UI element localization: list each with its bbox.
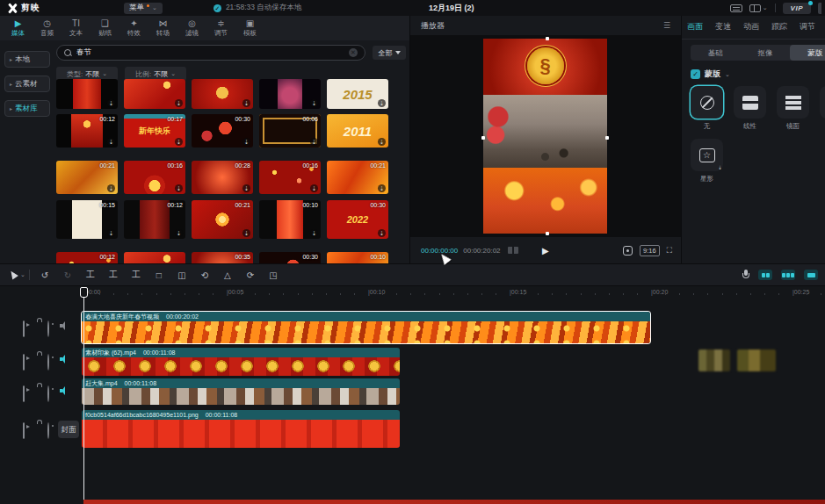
search-input[interactable]: 春节 ✕ xyxy=(56,45,365,61)
mask-option-circle[interactable] xyxy=(820,86,825,119)
vip-button[interactable]: VIP xyxy=(783,3,811,14)
download-icon[interactable]: ⇣ xyxy=(175,184,183,192)
clip-type-icon[interactable] xyxy=(23,386,33,397)
rail-item-local[interactable]: ▸本地 xyxy=(4,51,50,68)
download-icon[interactable]: ⇣ xyxy=(175,229,183,237)
download-icon[interactable]: ⇣ xyxy=(242,138,250,146)
player-viewport[interactable] xyxy=(410,35,681,237)
undo-icon[interactable]: ↺ xyxy=(33,270,56,280)
lock-track-icon[interactable] xyxy=(35,423,46,434)
select-tool-icon[interactable] xyxy=(9,270,17,280)
play-button[interactable]: ▶ xyxy=(542,246,549,256)
clip-type-icon[interactable] xyxy=(23,355,33,365)
material-thumbnail[interactable]: 00:16⇣ xyxy=(259,161,321,194)
mask-option-none[interactable] xyxy=(691,86,723,119)
transform-handle[interactable] xyxy=(546,37,549,40)
trim-left-icon[interactable]: 工 xyxy=(102,269,125,281)
toggle-visibility-icon[interactable] xyxy=(47,386,58,397)
material-thumbnail[interactable]: 00:06⇣ xyxy=(259,114,321,148)
all-filter-button[interactable]: 全部 xyxy=(373,46,406,60)
download-icon[interactable]: ⇣ xyxy=(378,184,386,192)
delete-icon[interactable]: □ xyxy=(148,270,170,280)
material-thumbnail[interactable]: ⇣ xyxy=(124,79,185,109)
download-icon[interactable]: ⇣ xyxy=(378,138,386,146)
download-icon[interactable]: ⇣ xyxy=(175,138,183,146)
material-thumbnail[interactable]: 2015⇣ xyxy=(327,79,388,109)
split-icon[interactable]: 工 xyxy=(79,269,102,281)
video-preview[interactable] xyxy=(483,39,607,234)
transform-handle[interactable] xyxy=(546,232,549,235)
material-thumbnail[interactable]: ⇣ xyxy=(192,79,253,109)
download-icon[interactable]: ⇣ xyxy=(107,138,115,146)
fullscreen-icon[interactable]: ⛶ xyxy=(667,246,672,256)
preview-focus-icon[interactable] xyxy=(623,246,633,256)
timeline-clip[interactable]: 赶大集.mp400:00:11:08 xyxy=(82,378,400,405)
lock-track-icon[interactable] xyxy=(35,321,46,332)
freeze-frame-icon[interactable]: ◫ xyxy=(170,270,193,280)
linkage-toggle[interactable] xyxy=(804,270,818,280)
timeline-clip[interactable]: 春满大地喜庆新年春节视频00:00:20:02 xyxy=(82,312,650,343)
toolbar-tab-text[interactable]: TI文本 xyxy=(62,18,90,38)
select-tool-dropdown-icon[interactable]: ⌄ xyxy=(20,271,25,278)
lock-track-icon[interactable] xyxy=(35,386,46,397)
layout-switch-button[interactable]: ⌄ xyxy=(749,4,768,12)
toolbar-tab-audio[interactable]: ◷音频 xyxy=(33,18,62,38)
player-menu-icon[interactable]: ☰ xyxy=(663,21,670,30)
download-icon[interactable]: ⇣ xyxy=(242,99,250,107)
material-thumbnail[interactable]: 2011⇣ xyxy=(327,114,388,148)
toolbar-tab-filters[interactable]: ◎滤镜 xyxy=(177,18,206,38)
redo-icon[interactable]: ↻ xyxy=(56,270,79,280)
material-thumbnail[interactable]: ⇣ xyxy=(56,79,118,109)
toggle-visibility-icon[interactable] xyxy=(47,423,58,434)
reverse-icon[interactable]: ⟲ xyxy=(193,270,216,280)
mask-option-mirror[interactable] xyxy=(777,86,809,119)
rail-item-cloud[interactable]: ▸云素材 xyxy=(4,76,50,92)
material-thumbnail[interactable]: 00:28⇣ xyxy=(192,161,253,194)
mask-option-star[interactable]: ☆⇣ xyxy=(691,139,723,171)
download-icon[interactable]: ⇣ xyxy=(378,99,386,107)
download-icon[interactable]: ⇣ xyxy=(107,184,115,192)
inspector-subtab-0[interactable]: 基础 xyxy=(691,45,741,61)
mirror-icon[interactable]: △ xyxy=(216,270,239,280)
material-thumbnail[interactable]: 00:21⇣ xyxy=(56,161,118,194)
mask-checkbox[interactable]: ✓ xyxy=(691,69,700,79)
toolbar-tab-transitions[interactable]: ⋈转场 xyxy=(148,18,177,38)
export-button-sliver[interactable] xyxy=(818,3,821,14)
download-icon[interactable]: ⇣ xyxy=(175,99,183,107)
timeline-clip[interactable]: f0cb0514af66d1bcabc1680495e1101.png00:00… xyxy=(82,410,400,448)
transform-handle[interactable] xyxy=(481,136,485,140)
inspector-subtab-1[interactable]: 抠像 xyxy=(741,45,791,61)
inspector-tab-1[interactable]: 变速 xyxy=(715,21,731,32)
toolbar-tab-sticker[interactable]: ❑贴纸 xyxy=(90,18,119,38)
mute-track-icon[interactable] xyxy=(60,321,70,332)
material-thumbnail[interactable]: 00:16⇣ xyxy=(124,161,185,194)
inspector-tab-2[interactable]: 动画 xyxy=(743,21,759,32)
toolbar-tab-media[interactable]: ▶媒体 xyxy=(4,18,33,38)
toolbar-tab-templates[interactable]: ▣模板 xyxy=(235,18,264,38)
toolbar-tab-effects[interactable]: ✦特效 xyxy=(119,18,148,38)
timeline-ruler[interactable]: 00:00|00:05|00:10|00:15|00:20|00:25 xyxy=(0,287,825,299)
download-icon[interactable]: ⇣ xyxy=(242,184,250,192)
playhead-handle[interactable] xyxy=(80,287,88,298)
clear-search-icon[interactable]: ✕ xyxy=(349,48,358,57)
material-thumbnail[interactable]: 00:21⇣ xyxy=(327,161,388,194)
download-icon[interactable]: ⇣ xyxy=(310,229,318,237)
trim-right-icon[interactable]: 工 xyxy=(125,269,148,281)
download-icon[interactable]: ⇣ xyxy=(378,229,386,237)
clip-type-icon[interactable] xyxy=(23,321,33,332)
material-thumbnail[interactable]: 202200:30⇣ xyxy=(327,200,388,239)
mute-track-icon[interactable] xyxy=(60,355,70,365)
magnetic-snap-toggle[interactable] xyxy=(758,270,772,280)
inspector-tab-0[interactable]: 画面 xyxy=(687,21,703,32)
auto-snap-toggle[interactable] xyxy=(781,270,795,280)
material-thumbnail[interactable]: 00:30⇣ xyxy=(192,114,253,148)
mask-option-linear[interactable] xyxy=(734,86,766,119)
download-icon[interactable]: ⇣ xyxy=(107,99,115,107)
crop-icon[interactable]: ◳ xyxy=(262,270,285,280)
inspector-tab-4[interactable]: 调节 xyxy=(800,21,815,32)
material-thumbnail[interactable]: ⇣ xyxy=(259,79,321,109)
lock-track-icon[interactable] xyxy=(35,355,46,365)
material-thumbnail[interactable]: 00:15⇣ xyxy=(56,200,118,239)
clip-type-icon[interactable] xyxy=(23,423,33,434)
menu-button[interactable]: 菜单 ⌄ xyxy=(124,3,163,14)
